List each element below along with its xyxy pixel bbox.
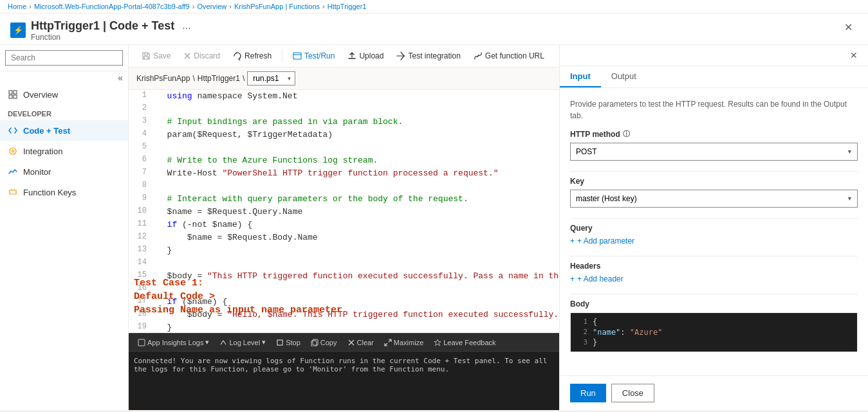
tab-input[interactable]: Input	[560, 66, 601, 87]
svg-rect-1	[14, 91, 17, 94]
close-button[interactable]: Close	[611, 384, 654, 402]
svg-rect-3	[14, 95, 17, 98]
search-input[interactable]	[5, 50, 123, 66]
code-line: 4 param($Request, $TriggerMetadata)	[129, 129, 559, 141]
code-line: 16	[129, 283, 559, 296]
breadcrumb-current[interactable]: HttpTrigger1	[328, 3, 367, 10]
sidebar: « Overview Developer Code + Test Integra…	[0, 45, 129, 410]
file-path-2: HttpTrigger1	[198, 74, 240, 83]
code-editor[interactable]: Test Case 1: Default Code > Passing Name…	[129, 90, 559, 333]
breadcrumb-home[interactable]: Home	[8, 3, 26, 10]
app-insights-button[interactable]: App Insights Logs ▾	[134, 336, 213, 348]
log-content: Connected! You are now viewing logs of F…	[129, 352, 559, 410]
code-line: 8	[129, 180, 559, 193]
key-select[interactable]: master (Host key)	[570, 190, 858, 208]
discard-button[interactable]: Discard	[178, 49, 225, 63]
query-group: Query + + Add parameter	[570, 224, 858, 246]
breadcrumb-subscription[interactable]: Microsoft.Web-FunctionApp-Portal-4087c3b…	[34, 3, 190, 10]
code-line: 14	[129, 257, 559, 270]
query-label: Query	[570, 224, 858, 233]
feedback-button[interactable]: Leave Feedback	[430, 337, 499, 348]
run-button[interactable]: Run	[570, 384, 606, 402]
page-title: HttpTrigger1 | Code + Test	[31, 19, 174, 33]
maximize-button[interactable]: Maximize	[380, 337, 427, 348]
overview-label: Overview	[23, 90, 58, 100]
key-group: Key master (Host key)	[570, 177, 858, 208]
http-method-group: HTTP method ⓘ GET POST PUT DELETE PATCH	[570, 129, 858, 161]
headers-group: Headers + + Add header	[570, 262, 858, 283]
integration-icon	[8, 146, 18, 156]
code-line: 11 if (-not $name) {	[129, 219, 559, 231]
svg-rect-6	[138, 339, 145, 346]
sidebar-item-function-keys[interactable]: Function Keys	[0, 182, 128, 202]
sidebar-collapse-button[interactable]: «	[118, 73, 123, 83]
file-dropdown[interactable]: run.ps1	[247, 71, 295, 85]
breadcrumb-overview[interactable]: Overview	[197, 3, 226, 10]
svg-rect-0	[9, 91, 12, 94]
upload-button[interactable]: Upload	[342, 49, 389, 63]
code-line: 15 $body = "This HTTP triggered function…	[129, 270, 559, 283]
sidebar-item-overview[interactable]: Overview	[0, 84, 128, 105]
breadcrumb: Home › Microsoft.Web-FunctionApp-Portal-…	[0, 0, 868, 13]
toolbar: Save Discard Refresh Test/Run Uploa	[129, 45, 559, 67]
code-line: 2	[129, 103, 559, 116]
code-line: 12 $name = $Request.Body.Name	[129, 231, 559, 244]
refresh-button[interactable]: Refresh	[228, 49, 277, 63]
body-line-1: 1 {	[573, 317, 854, 327]
sidebar-developer-section: Developer	[0, 105, 128, 120]
get-function-url-button[interactable]: Get function URL	[468, 49, 549, 63]
headers-label: Headers	[570, 262, 858, 271]
add-parameter-button[interactable]: + + Add parameter	[570, 237, 634, 246]
file-sep-1: \	[192, 74, 194, 83]
right-panel: ✕ Input Output Provide parameters to tes…	[559, 45, 868, 410]
function-icon: ⚡	[10, 22, 26, 38]
test-run-button[interactable]: Test/Run	[288, 49, 340, 63]
log-level-button[interactable]: Log Level ▾	[216, 336, 270, 348]
svg-rect-7	[277, 340, 282, 345]
ellipsis-button[interactable]: ...	[180, 19, 193, 33]
breadcrumb-functions[interactable]: KrishPsFunApp | Functions	[234, 3, 320, 10]
code-line: 10 $name = $Request.Query.Name	[129, 206, 559, 219]
sidebar-item-label: Integration	[23, 147, 62, 156]
log-level-chevron-icon: ▾	[262, 338, 266, 346]
save-button[interactable]: Save	[136, 49, 176, 63]
right-panel-close-button[interactable]: ✕	[850, 50, 858, 60]
file-sep-2: \	[243, 74, 245, 83]
body-line-3: 3 }	[573, 337, 854, 348]
header-close-button[interactable]: ✕	[839, 19, 858, 36]
file-path-1: KrishPsFunApp	[136, 74, 190, 83]
body-label: Body	[570, 300, 858, 309]
add-header-button[interactable]: + + Add header	[570, 274, 623, 283]
stop-button[interactable]: Stop	[272, 337, 304, 348]
app-insights-chevron-icon: ▾	[205, 338, 209, 346]
code-line: 3 # Input bindings are passed in via par…	[129, 116, 559, 129]
log-panel: App Insights Logs ▾ Log Level ▾ Stop	[129, 333, 559, 410]
sidebar-item-code-test[interactable]: Code + Test	[0, 120, 128, 141]
sidebar-item-monitor[interactable]: Monitor	[0, 161, 128, 182]
sidebar-item-integration[interactable]: Integration	[0, 141, 128, 161]
code-line: 5	[129, 141, 559, 154]
code-line: 19 }	[129, 321, 559, 333]
page-subtitle: Function	[31, 33, 194, 42]
code-line: 7 Write-Host "PowerShell HTTP trigger fu…	[129, 167, 559, 180]
header-right: ✕	[839, 19, 858, 36]
body-editor[interactable]: 1 { 2 "name": "Azure" 3 }	[570, 312, 858, 352]
svg-rect-9	[311, 341, 317, 346]
test-integration-button[interactable]: Test integration	[391, 49, 465, 63]
tabs: Input Output	[560, 66, 868, 88]
code-test-icon	[8, 125, 18, 136]
http-method-select-wrapper: GET POST PUT DELETE PATCH	[570, 143, 858, 161]
code-line: 17 if ($name) {	[129, 296, 559, 309]
monitor-icon	[8, 166, 18, 177]
http-method-select[interactable]: GET POST PUT DELETE PATCH	[570, 143, 858, 161]
overview-icon	[8, 89, 18, 100]
sidebar-search-area	[0, 45, 128, 71]
page-header: ⚡ HttpTrigger1 | Code + Test ... Functio…	[0, 13, 868, 45]
right-panel-body: Provide parameters to test the HTTP requ…	[560, 88, 868, 375]
copy-button[interactable]: Copy	[307, 337, 341, 348]
code-line: 18 $body = "Hello, $name. This HTTP trig…	[129, 309, 559, 321]
clear-button[interactable]: Clear	[344, 337, 378, 348]
code-line: 13 }	[129, 244, 559, 257]
right-panel-footer: Run Close	[560, 375, 868, 410]
tab-output[interactable]: Output	[601, 66, 647, 87]
